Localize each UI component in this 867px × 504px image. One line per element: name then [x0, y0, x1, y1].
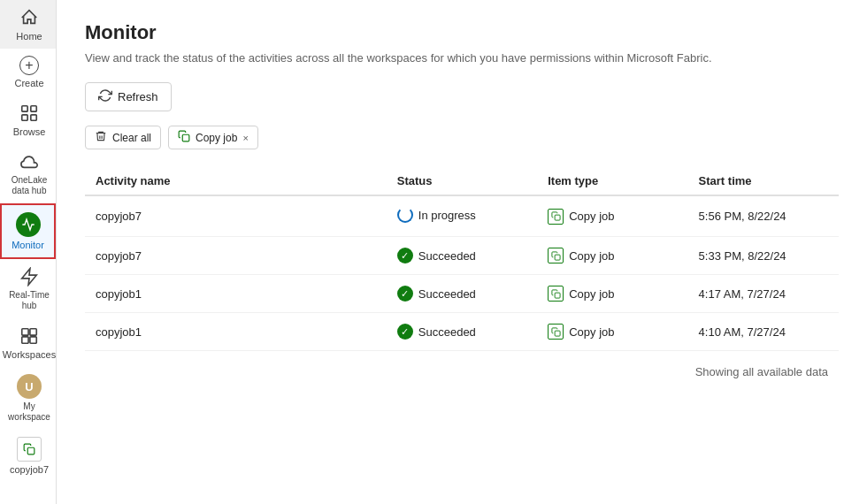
- status-badge: ✓Succeeded: [397, 324, 476, 340]
- sidebar-item-myworkspace[interactable]: U My workspace: [0, 367, 56, 430]
- activity-name-cell: copyjob7: [85, 237, 387, 275]
- status-cell: In progress: [387, 195, 537, 237]
- status-badge: ✓Succeeded: [397, 248, 476, 263]
- activity-name-cell: copyjob1: [85, 275, 387, 313]
- table-row[interactable]: copyjob1✓Succeeded Copy job 4:17 AM, 7/2…: [85, 275, 839, 313]
- copyjob-type-icon: [548, 286, 564, 302]
- svg-rect-7: [22, 337, 28, 343]
- item-type-cell: Copy job: [537, 275, 687, 313]
- status-cell: ✓Succeeded: [387, 313, 537, 351]
- col-start-time: Start time: [688, 167, 839, 195]
- sidebar-item-realtime[interactable]: Real-Time hub: [0, 259, 56, 318]
- copyjob-sidebar-icon: [17, 437, 42, 462]
- sidebar-item-browse[interactable]: Browse: [0, 95, 56, 144]
- success-icon: ✓: [397, 286, 413, 302]
- sidebar-item-onelake-label: OneLake data hub: [6, 175, 52, 196]
- col-activity-name: Activity name: [85, 167, 387, 195]
- sidebar-item-workspaces[interactable]: Workspaces: [0, 318, 56, 367]
- refresh-label: Refresh: [118, 90, 158, 103]
- clear-all-button[interactable]: Clear all: [85, 126, 161, 149]
- copyjob-filter-icon: [178, 130, 190, 145]
- sidebar-item-myworkspace-label: My workspace: [6, 401, 52, 423]
- item-type-text: Copy job: [569, 287, 614, 301]
- svg-rect-6: [30, 329, 36, 335]
- home-icon: [19, 7, 40, 28]
- item-type-cell: Copy job: [537, 313, 687, 351]
- create-icon: +: [19, 56, 39, 75]
- col-status: Status: [387, 167, 537, 195]
- activity-name-cell: copyjob7: [85, 195, 387, 237]
- toolbar: Refresh: [85, 82, 839, 111]
- svg-rect-13: [555, 293, 560, 298]
- chip-label: Copy job: [196, 132, 237, 144]
- copyjob-type-icon: [548, 209, 564, 225]
- workspaces-icon: [19, 325, 40, 347]
- svg-rect-11: [555, 215, 560, 220]
- svg-rect-3: [31, 115, 36, 120]
- clear-all-icon: [95, 130, 107, 145]
- table-row[interactable]: copyjob7✓Succeeded Copy job 5:33 PM, 8/2…: [85, 237, 839, 275]
- main-content: Monitor View and track the status of the…: [57, 0, 867, 504]
- svg-marker-4: [22, 269, 37, 285]
- table-row[interactable]: copyjob1✓Succeeded Copy job 4:10 AM, 7/2…: [85, 313, 839, 351]
- item-type-text: Copy job: [569, 210, 614, 223]
- sidebar-item-realtime-label: Real-Time hub: [6, 290, 52, 311]
- refresh-button[interactable]: Refresh: [85, 82, 172, 111]
- svg-rect-8: [30, 337, 36, 343]
- status-cell: ✓Succeeded: [387, 237, 537, 275]
- item-type-text: Copy job: [569, 249, 614, 263]
- svg-rect-1: [31, 106, 36, 111]
- svg-rect-10: [182, 134, 189, 141]
- svg-rect-5: [22, 329, 28, 335]
- onelake-icon: [19, 151, 40, 172]
- sidebar-item-monitor-label: Monitor: [12, 240, 44, 250]
- sidebar-item-create-label: Create: [14, 78, 43, 88]
- sidebar-item-home[interactable]: Home: [0, 0, 56, 49]
- sidebar-item-onelake[interactable]: OneLake data hub: [0, 144, 56, 203]
- status-text: Succeeded: [418, 287, 476, 301]
- monitor-icon: [16, 212, 41, 237]
- copyjob-type-icon: [548, 248, 564, 263]
- inprogress-icon: [397, 207, 413, 223]
- status-text: Succeeded: [418, 325, 476, 339]
- table-header-row: Activity name Status Item type Start tim…: [85, 167, 839, 195]
- page-subtitle: View and track the status of the activit…: [85, 51, 839, 65]
- col-item-type: Item type: [537, 167, 687, 195]
- sidebar-item-monitor[interactable]: Monitor: [0, 203, 56, 259]
- sidebar-item-copyjob-label: copyjob7: [10, 464, 49, 475]
- copyjob-type-icon: [548, 324, 564, 340]
- status-badge: In progress: [397, 207, 476, 223]
- status-badge: ✓Succeeded: [397, 286, 476, 302]
- table-row[interactable]: copyjob7In progress Copy job 5:56 PM, 8/…: [85, 195, 839, 237]
- sidebar-item-create[interactable]: + Create: [0, 49, 56, 95]
- realtime-icon: [19, 266, 40, 287]
- filter-bar: Clear all Copy job ×: [85, 126, 839, 149]
- svg-rect-2: [22, 115, 27, 120]
- status-text: Succeeded: [418, 249, 476, 263]
- sidebar: Home + Create Browse OneLake data hub: [0, 0, 57, 504]
- showing-all-label: Showing all available data: [85, 351, 839, 386]
- start-time-cell: 5:33 PM, 8/22/24: [688, 237, 839, 275]
- activity-name-cell: copyjob1: [85, 313, 387, 351]
- clear-all-label: Clear all: [112, 132, 151, 144]
- start-time-cell: 4:17 AM, 7/27/24: [688, 275, 839, 313]
- refresh-icon: [98, 88, 112, 105]
- status-text: In progress: [418, 209, 476, 222]
- sidebar-item-workspaces-label: Workspaces: [3, 349, 56, 360]
- copyjob-filter-chip[interactable]: Copy job ×: [168, 126, 258, 149]
- activity-table: Activity name Status Item type Start tim…: [85, 167, 839, 351]
- avatar: U: [17, 374, 42, 399]
- status-cell: ✓Succeeded: [387, 275, 537, 313]
- svg-rect-0: [22, 106, 27, 111]
- browse-icon: [19, 103, 40, 124]
- page-title: Monitor: [85, 21, 839, 44]
- item-type-text: Copy job: [569, 325, 614, 339]
- item-type-cell: Copy job: [537, 237, 687, 275]
- sidebar-item-browse-label: Browse: [13, 126, 46, 137]
- sidebar-item-home-label: Home: [16, 31, 42, 42]
- svg-rect-9: [27, 447, 35, 454]
- sidebar-item-copyjob[interactable]: copyjob7: [0, 430, 56, 482]
- chip-close-button[interactable]: ×: [242, 133, 248, 143]
- start-time-cell: 5:56 PM, 8/22/24: [688, 195, 839, 237]
- success-icon: ✓: [397, 324, 413, 340]
